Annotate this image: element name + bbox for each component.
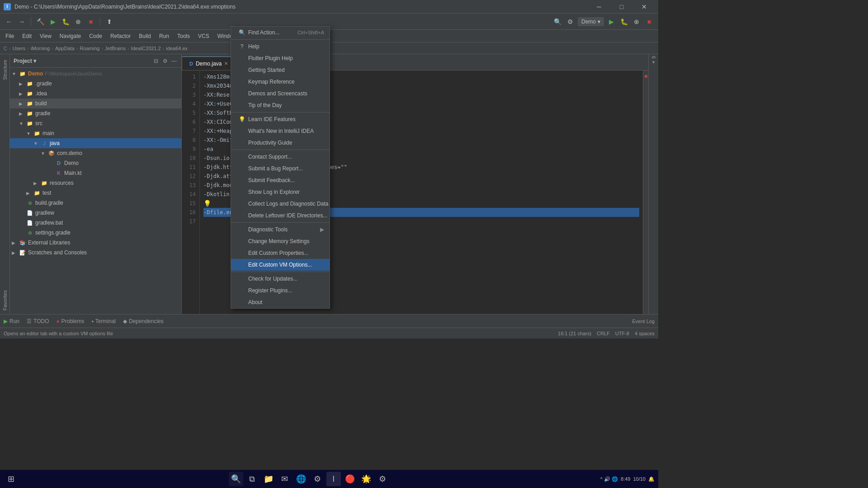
tree-item-idea[interactable]: ▶ 📁 .idea [10,89,181,99]
toolbar-forward-btn[interactable]: → [16,16,27,27]
menu-help-item[interactable]: ? Help [231,41,330,52]
menu-contact[interactable]: Contact Support... [231,151,330,163]
menu-edit-custom-vm[interactable]: Edit Custom VM Options... [231,259,330,271]
menu-run[interactable]: Run [156,31,173,41]
debug-button[interactable]: 🐛 [618,16,629,27]
tree-item-resources[interactable]: ▶ 📁 resources [10,178,181,188]
tree-item-settings-gradle[interactable]: ⊕ settings.gradle [10,228,181,238]
menu-productivity[interactable]: Productivity Guide [231,137,330,149]
menu-delete-leftover[interactable]: Delete Leftover IDE Directories... [231,210,330,221]
bottom-tab-problems[interactable]: ● Problems [56,316,84,326]
menu-getting-started[interactable]: Getting Started [231,64,330,76]
breadcrumb-appdata[interactable]: AppData [55,46,75,51]
tree-item-main-kt[interactable]: K Main.kt [10,168,181,178]
menu-edit-custom-props[interactable]: Edit Custom Properties... [231,247,330,259]
toolbar-vcs-btn[interactable]: ⬆ [104,16,115,27]
breadcrumb-jetbrains[interactable]: JetBrains [105,46,126,51]
menu-whats-new[interactable]: What's New in IntelliJ IDEA [231,125,330,137]
tree-item-gradlew-bat[interactable]: 📄 gradlew.bat [10,218,181,228]
structure-tab[interactable]: Structure [0,56,9,84]
menu-vcs[interactable]: VCS [194,31,213,41]
menu-refactor[interactable]: Refactor [107,31,134,41]
menu-diagnostic[interactable]: Diagnostic Tools ▶ [231,224,330,235]
run-config-selector[interactable]: Demo ▾ [578,17,604,26]
tree-item-gradle[interactable]: ▶ 📁 .gradle [10,79,181,89]
notification-count[interactable]: 6 ▾ [649,54,658,66]
coverage-run-button[interactable]: ⊕ [631,16,642,27]
menu-check-updates[interactable]: Check for Updates... [231,273,330,285]
panel-collapse-btn[interactable]: ⊟ [152,57,160,65]
toolbar-settings-btn[interactable]: ⚙ [565,16,576,27]
tree-item-test[interactable]: ▶ 📁 test [10,188,181,198]
title-bar-left: I Demo - C:\Users\iMorning\AppData\Roami… [4,3,236,10]
panel-hide-btn[interactable]: — [170,57,178,65]
stop-button[interactable]: ■ [644,16,655,27]
bottom-tab-dependencies[interactable]: ◆ Dependencies [123,316,164,326]
menu-demos[interactable]: Demos and Screencasts [231,88,330,99]
minimize-button[interactable]: ─ [589,0,609,14]
bottom-tab-todo[interactable]: ☰ TODO [27,316,49,326]
tree-item-scratches[interactable]: ▶ 📝 Scratches and Consoles [10,248,181,258]
tree-item-ext-libs[interactable]: ▶ 📚 External Libraries [10,238,181,248]
maximize-button[interactable]: □ [611,0,632,14]
run-config-arrow: ▾ [598,19,600,25]
toolbar-build-btn[interactable]: 🔨 [35,16,46,27]
menu-register[interactable]: Register Plugins... [231,285,330,296]
run-button[interactable]: ▶ [606,16,617,27]
menu-navigate[interactable]: Navigate [56,31,85,41]
menu-build[interactable]: Build [135,31,155,41]
bottom-tab-run[interactable]: ▶ Run [4,316,19,326]
line-ending[interactable]: CRLF [597,331,610,336]
tree-item-comdemo[interactable]: ▼ 📦 com.demo [10,148,181,158]
menu-find-action[interactable]: 🔍 Find Action... Ctrl+Shift+A [231,27,330,38]
menu-about[interactable]: About [231,296,330,308]
breadcrumb-idea64[interactable]: idea64.ex [166,46,188,51]
event-log-btn[interactable]: Event Log [632,318,655,324]
tab-close-btn[interactable]: ✕ [224,61,228,66]
tree-item-buildgradle[interactable]: ⊕ build.gradle [10,198,181,208]
indent-info[interactable]: 4 spaces [635,331,655,336]
menu-feedback[interactable]: Submit Feedback... [231,174,330,186]
favorites-tab[interactable]: Favorites [0,286,9,314]
menu-code[interactable]: Code [85,31,106,41]
breadcrumb-c[interactable]: C [4,46,7,51]
toolbar-debug-btn[interactable]: 🐛 [60,16,71,27]
toolbar-back-btn[interactable]: ← [4,16,14,27]
menu-bug-report[interactable]: Submit a Bug Report... [231,163,330,174]
toolbar-stop-btn[interactable]: ■ [85,16,96,27]
menu-memory[interactable]: Change Memory Settings [231,235,330,247]
editor-tab-demo[interactable]: D Demo.java ✕ [182,56,236,70]
toolbar-run-btn[interactable]: ▶ [47,16,58,27]
menu-flutter-help[interactable]: Flutter Plugin Help [231,52,330,64]
menu-collect-logs[interactable]: Collect Logs and Diagnostic Data [231,198,330,210]
breadcrumb-ideaic[interactable]: IdeaIC2021.2 [131,46,161,51]
tree-item-src[interactable]: ▼ 📁 src [10,118,181,128]
menu-show-log[interactable]: Show Log in Explorer [231,186,330,198]
breadcrumb-users[interactable]: Users [13,46,26,51]
tree-item-demo-java[interactable]: D Demo [10,158,181,168]
menu-learn[interactable]: 💡 Learn IDE Features [231,113,330,125]
tree-label: .gradle [35,80,52,87]
tree-item-build[interactable]: ▶ 📁 build [10,99,181,108]
breadcrumb-imorning[interactable]: iMorning [31,46,50,51]
breadcrumb-roaming[interactable]: Roaming [80,46,99,51]
menu-edit[interactable]: Edit [19,31,35,41]
encoding[interactable]: UTF-8 [615,331,629,336]
menu-keymap[interactable]: Keymap Reference [231,76,330,88]
toolbar-coverage-btn[interactable]: ⊕ [73,16,84,27]
tree-item-main[interactable]: ▼ 📁 main [10,128,181,138]
menu-tools[interactable]: Tools [174,31,193,41]
tree-item-gradle2[interactable]: ▶ 📁 gradle [10,108,181,118]
bottom-tab-terminal[interactable]: ▪ Terminal [91,316,116,326]
toolbar-search-btn[interactable]: 🔍 [552,16,563,27]
menu-file[interactable]: File [2,31,18,41]
tree-item-demo[interactable]: ▼ 📁 Demo F:\Workspace\Java\Demo [10,69,181,79]
menu-tip[interactable]: Tip of the Day [231,99,330,111]
line-col-info[interactable]: 16:1 (21 chars) [558,331,591,336]
panel-settings-btn[interactable]: ⚙ [161,57,169,65]
tree-item-gradlew[interactable]: 📄 gradlew [10,208,181,218]
close-button[interactable]: ✕ [634,0,655,14]
status-bar: Opens an editor tab with a custom VM opt… [0,328,658,338]
menu-view[interactable]: View [36,31,55,41]
tree-item-java[interactable]: ▼ J java [10,138,181,148]
